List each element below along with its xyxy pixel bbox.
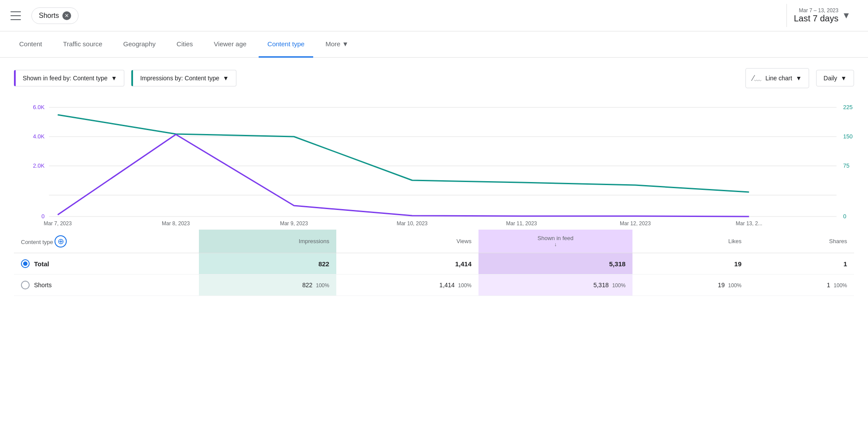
td-shorts-shown-in-feed: 5,318 100%: [478, 275, 632, 296]
chart-type-button[interactable]: ⁄﹏ Line chart ▼: [745, 68, 809, 88]
radio-total[interactable]: [21, 259, 30, 268]
chart-type-label: Line chart: [765, 75, 792, 82]
svg-text:0: 0: [843, 213, 846, 220]
filter-chip-close[interactable]: ✕: [62, 11, 71, 20]
add-column-button[interactable]: ⊕: [55, 235, 67, 248]
chart-type-arrow: ▼: [796, 75, 802, 82]
td-shorts-shares-pct: 100%: [834, 282, 847, 289]
hamburger-icon[interactable]: [10, 11, 21, 20]
svg-text:Mar 8, 2023: Mar 8, 2023: [162, 220, 190, 227]
svg-text:Mar 13, 2...: Mar 13, 2...: [736, 220, 762, 227]
th-shares: Shares: [748, 230, 854, 253]
td-shorts-views: 1,414 100%: [336, 275, 478, 296]
period-button[interactable]: Daily ▼: [816, 70, 854, 86]
th-content-type: Content type ⊕: [14, 230, 199, 253]
td-total-shown-in-feed: 5,318: [478, 253, 632, 275]
sort-icon: ↓: [554, 241, 557, 248]
nav-tabs: Content Traffic source Geography Cities …: [0, 31, 868, 58]
th-impressions: Impressions: [199, 230, 336, 253]
period-arrow: ▼: [841, 75, 847, 82]
th-likes: Likes: [632, 230, 748, 253]
date-range-selector[interactable]: Mar 7 – 13, 2023 Last 7 days ▼: [786, 4, 858, 27]
tab-more[interactable]: More ▼: [317, 31, 357, 58]
td-total-impressions: 822: [199, 253, 336, 275]
tab-traffic-source[interactable]: Traffic source: [55, 31, 111, 58]
chart-controls: Shown in feed by: Content type ▼ Impress…: [14, 68, 854, 88]
period-label: Daily: [824, 75, 837, 82]
tab-content-type[interactable]: Content type: [259, 31, 313, 58]
tab-content[interactable]: Content: [10, 31, 51, 58]
svg-text:75: 75: [843, 162, 850, 169]
left-dropdown-1-arrow: ▼: [111, 75, 117, 82]
svg-text:Mar 10, 2023: Mar 10, 2023: [396, 220, 427, 227]
line-chart-icon: ⁄﹏: [753, 73, 762, 83]
tab-viewer-age[interactable]: Viewer age: [205, 31, 255, 58]
radio-shorts[interactable]: [21, 281, 30, 289]
svg-text:Mar 11, 2023: Mar 11, 2023: [506, 220, 537, 227]
more-chevron-icon: ▼: [342, 40, 349, 48]
svg-text:150: 150: [843, 133, 853, 140]
date-dropdown-arrow: ▼: [842, 10, 851, 21]
td-total-shares: 1: [748, 253, 854, 275]
td-shorts-shown-in-feed-pct: 100%: [612, 282, 625, 289]
th-shown-in-feed: Shown in feed ↓: [478, 230, 632, 253]
left-dropdown-2-label: Impressions by: Content type: [140, 75, 219, 82]
svg-text:Mar 12, 2023: Mar 12, 2023: [620, 220, 651, 227]
svg-text:4.0K: 4.0K: [33, 133, 44, 140]
td-shorts-impressions: 822 100%: [199, 275, 336, 296]
main-content: Shown in feed by: Content type ▼ Impress…: [0, 58, 868, 306]
top-bar: Shorts ✕ Mar 7 – 13, 2023 Last 7 days ▼: [0, 0, 868, 31]
svg-text:Mar 9, 2023: Mar 9, 2023: [280, 220, 308, 227]
chart-area: 6.0K 4.0K 2.0K 0 225 150 75 0 Mar 7, 202…: [14, 99, 854, 230]
date-subtitle: Mar 7 – 13, 2023: [794, 7, 838, 14]
date-info: Mar 7 – 13, 2023 Last 7 days: [794, 7, 838, 24]
th-views: Views: [336, 230, 478, 253]
td-shorts-label: Shorts: [14, 275, 199, 296]
data-table: Content type ⊕ Impressions Views Shown i…: [14, 230, 854, 296]
td-shorts-shares: 1 100%: [748, 275, 854, 296]
tab-geography[interactable]: Geography: [115, 31, 164, 58]
table-row-shorts: Shorts 822 100% 1,414 100% 5,318 100% 19: [14, 275, 854, 296]
td-shorts-impressions-pct: 100%: [316, 282, 329, 289]
tab-cities[interactable]: Cities: [168, 31, 202, 58]
svg-text:6.0K: 6.0K: [33, 104, 44, 110]
left-dropdown-1-label: Shown in feed by: Content type: [23, 75, 108, 82]
filter-chip-label: Shorts: [39, 12, 59, 20]
chart-svg: 6.0K 4.0K 2.0K 0 225 150 75 0 Mar 7, 202…: [14, 99, 854, 230]
left-dropdown-2-arrow: ▼: [223, 75, 229, 82]
filter-chip[interactable]: Shorts ✕: [31, 7, 79, 24]
td-shorts-views-pct: 100%: [458, 282, 472, 289]
left-dropdown-1[interactable]: Shown in feed by: Content type ▼: [14, 70, 124, 86]
svg-text:0: 0: [41, 213, 44, 220]
td-total-likes: 19: [632, 253, 748, 275]
td-shorts-likes-pct: 100%: [728, 282, 742, 289]
svg-text:Mar 7, 2023: Mar 7, 2023: [44, 220, 72, 227]
svg-text:225: 225: [843, 104, 853, 110]
td-shorts-likes: 19 100%: [632, 275, 748, 296]
left-dropdown-2[interactable]: Impressions by: Content type ▼: [131, 70, 236, 86]
svg-text:2.0K: 2.0K: [33, 162, 44, 169]
td-total-views: 1,414: [336, 253, 478, 275]
date-title: Last 7 days: [794, 14, 838, 24]
table-row-total: Total 822 1,414 5,318 19 1: [14, 253, 854, 275]
td-total-label: Total: [14, 253, 199, 275]
